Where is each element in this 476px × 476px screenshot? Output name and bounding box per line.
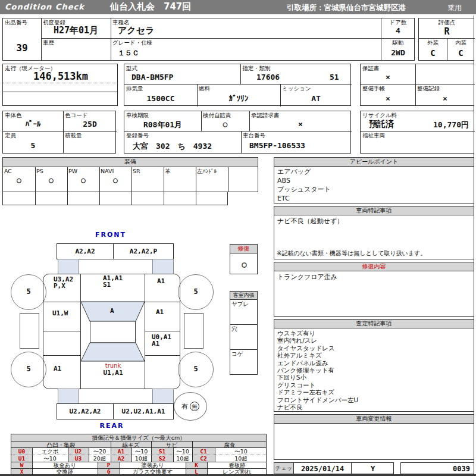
info-table-1: 出品番号 39 初度登録 H27年01月 車種名 アクセラ 車歴 グレード・仕様… xyxy=(2,18,415,61)
chassis-no-label: 車台番号 xyxy=(243,132,265,139)
reg-no-value: 大宮 302 ち 4932 xyxy=(133,141,212,152)
spare-no-circled: 無 xyxy=(190,402,199,411)
interior-trim-header: 客室内張 xyxy=(230,291,258,300)
trunk-label: trunk xyxy=(95,362,131,369)
check-box: 2025/01/14 Y xyxy=(293,462,394,474)
trim-burn-label: コゲ xyxy=(231,350,243,357)
sheet-number: 0039 xyxy=(453,465,470,473)
class-no-label: 指定・類別 xyxy=(242,65,271,71)
repair-flag-header: 修復 xyxy=(230,244,258,253)
equipment-row-1: AC ○ PS ○ PW ○ NAVI ○ SR 革 左ﾊﾝﾄﾞﾙ xyxy=(2,167,258,192)
info-table-2: 型式 DBA-BM5FP 指定・類別 17606 51 排気量 1500CC 燃… xyxy=(124,64,351,106)
equip-navi-value: ○ xyxy=(99,176,131,184)
inspection-value: R08年01月 xyxy=(124,120,201,130)
special-notes-lines: ナビ不良（起動せず） xyxy=(277,217,343,226)
maintenance-book-value: × xyxy=(361,94,415,103)
recycle-label: リサイクル料 xyxy=(362,112,397,118)
interior-trim-cell-hole: 穴 xyxy=(230,324,258,350)
trunk-damage: U1,A1 xyxy=(95,369,131,376)
change-info-body xyxy=(274,423,474,460)
repair-flag-value: ○ xyxy=(230,259,258,269)
equip-lhd-label: 左ﾊﾝﾄﾞﾙ xyxy=(197,168,217,174)
recycle-fee: 10,770円 xyxy=(433,120,469,130)
transmission-label: ミッション xyxy=(282,85,311,92)
right-sill-cell xyxy=(184,313,203,349)
equip-ac-label: AC xyxy=(4,168,12,174)
equipment-header: 装備 xyxy=(2,157,258,167)
trim-hole-label: 穴 xyxy=(231,325,237,332)
legend-s1-size: 〜10 xyxy=(173,448,192,455)
reg-no-label: 登録番号 xyxy=(126,132,149,139)
legend-s1: S1 xyxy=(151,448,173,455)
legend-c1-size: 〜10 xyxy=(215,448,267,455)
rear-corner-right xyxy=(152,389,174,404)
displacement-label: 排気量 xyxy=(126,85,143,92)
interior-value: C xyxy=(447,48,475,58)
doors-value: 4 xyxy=(381,26,415,35)
front-label: FRONT xyxy=(91,231,130,239)
score-table: 評価点 R 外装 C 内装 C xyxy=(418,18,474,61)
chassis-no-value: BM5FP-106533 xyxy=(249,141,305,150)
tire-rear-right: 5 xyxy=(178,352,214,387)
color-code-label: 色コード xyxy=(65,112,87,118)
left-fender-damage: U3,A2 P,X xyxy=(54,276,73,289)
legend-u0: U0 xyxy=(11,448,32,455)
title-bar: Condition Check 仙台入札会 747回 引取場所：宮城県仙台市宮城… xyxy=(0,0,476,14)
tire-front-right: 5 xyxy=(178,274,214,310)
legend-u2: U2 xyxy=(68,448,89,455)
check-inspector: Y xyxy=(351,465,394,473)
body-color-value: ﾊﾟｰﾙ xyxy=(3,120,63,129)
maintenance-record-value: × xyxy=(415,94,475,103)
inspection-label: 車検期限 xyxy=(126,112,149,118)
left-quarter-damage: A1 xyxy=(54,365,61,372)
capacity-value: 5 xyxy=(3,141,63,150)
equip-sr-label: SR xyxy=(133,168,140,174)
front-bumper-right-damage: A2,A2,P xyxy=(113,248,174,255)
exterior-value: C xyxy=(419,48,447,58)
insurance-label: 検付自賠責 xyxy=(203,112,231,118)
special-notes-disclaimer: ※記載のない書類・機器等は無しとして取り扱います。 xyxy=(277,249,426,258)
legend-a1: A1 xyxy=(111,448,131,455)
front-corner-right xyxy=(152,259,174,274)
left-front-door-damage: U1,W xyxy=(52,310,68,317)
windshield-damage: A xyxy=(110,308,114,314)
equip-ac-value: ○ xyxy=(3,176,35,184)
legend-mark-table: W 板金あり P 塗装あり K 看板跡 X 交換跡 G ガラス交換要す L レン… xyxy=(11,462,267,475)
capacity-label: 定員 xyxy=(5,132,16,139)
exhibit-no-label: 出品番号 xyxy=(5,19,27,26)
rear-corner-left xyxy=(58,389,79,404)
equip-pw-label: PW xyxy=(68,168,77,174)
front-bumper-left-damage: A2,A2 xyxy=(57,248,114,255)
rear-bumper-right-damage: U2,U2,A1,A1 xyxy=(113,408,174,415)
score-label: 評価点 xyxy=(419,19,475,26)
exterior-label: 外装 xyxy=(419,39,447,46)
check-date: 2025/01/14 xyxy=(294,465,351,473)
tire-rear-left: 5 xyxy=(11,352,46,387)
drive-value: 2WD xyxy=(381,48,415,57)
front-corner-left xyxy=(58,259,79,274)
assessment-lines: ウスキズ有り 室内汚れ/スレ タイヤスタッドレス 社外アルミキズ エンドパネル歪… xyxy=(277,330,358,411)
info-table-4: 車検期限 R08年01月 検付自賠責 ○ 承認請求書 × 登録番号 大宮 302… xyxy=(124,111,351,154)
legend-u2-size: 〜20 xyxy=(89,448,111,455)
trim-tear-label: ヤブレ xyxy=(231,300,249,307)
load-label: 積載量 xyxy=(65,132,82,139)
right-rear-door-damage: U0,A1 A1 xyxy=(152,334,171,347)
displacement-value: 1500CC xyxy=(124,94,197,103)
equip-pw-value: ○ xyxy=(67,176,99,184)
rear-bumper-left-damage: U2,A2,A2 xyxy=(57,408,114,415)
pickup-location: 引取場所：宮城県仙台市宮城野区港 xyxy=(287,3,406,13)
repair-content-lines: トランクフロア歪み xyxy=(277,273,337,281)
interior-trim-cell-tear: ヤブレ xyxy=(230,299,258,325)
grade-label: グレード・仕様 xyxy=(112,39,152,46)
mileage-box: 走行（現メーター） 146,513km xyxy=(2,64,118,106)
appeal-header: アピールポイント xyxy=(274,157,474,167)
welfare-label: 福祉車両 xyxy=(362,132,385,139)
legend-size-table: U0 エクボ U2 〜20 A1 〜10 S1 〜10 C1 〜10 U1 〜1… xyxy=(11,447,267,462)
color-code-value: 25D xyxy=(63,120,117,129)
assessment-body: ウスキズ有り 室内汚れ/スレ タイヤスタッドレス 社外アルミキズ エンドパネル歪… xyxy=(274,328,474,412)
model-code-value: DBA-BM5FP xyxy=(131,73,173,82)
legend-a1-size: 〜10 xyxy=(131,448,151,455)
approval-value: × xyxy=(249,120,352,129)
assessment-header: 査定特記事項 xyxy=(274,319,474,328)
equip-ps-label: PS xyxy=(36,168,43,174)
